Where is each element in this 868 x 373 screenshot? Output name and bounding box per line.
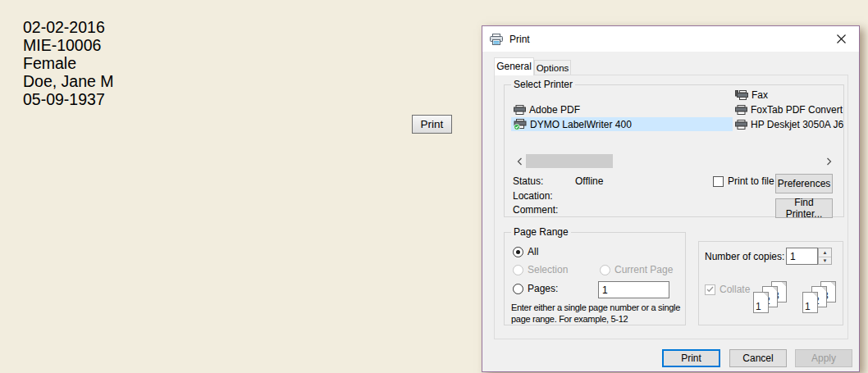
location-label: Location: (513, 190, 553, 202)
range-current-page-radio[interactable] (600, 265, 610, 275)
print-to-file-option[interactable]: Print to file (713, 175, 774, 187)
range-all-option[interactable]: All (513, 246, 538, 257)
copies-group: Number of copies: ▲ ▼ Collate 1 2 3 1 2 … (698, 241, 843, 325)
printer-name: HP Deskjet 3050A J6 (751, 119, 843, 130)
printer-icon (735, 105, 747, 115)
range-pages-option[interactable]: Pages: (513, 283, 558, 294)
close-button[interactable] (827, 26, 855, 52)
copies-stepper[interactable]: ▲ ▼ (818, 248, 832, 265)
check-icon (706, 286, 714, 293)
info-line-name: Doe, Jane M (23, 72, 114, 90)
collate-option[interactable]: Collate (705, 284, 750, 295)
default-printer-icon (514, 119, 527, 130)
printer-item-dymo-labelwriter[interactable]: DYMO LabelWriter 400 (511, 117, 733, 131)
find-printer-button[interactable]: Find Printer... (775, 198, 833, 218)
tab-options[interactable]: Options (534, 60, 571, 75)
select-printer-group: Select Printer Adobe PDF DYMO (504, 84, 844, 217)
patient-info-block: 02-02-2016 MIE-10006 Female Doe, Jane M … (23, 18, 114, 108)
screen: { "page": { "info_lines": ["02-02-2016",… (0, 0, 868, 373)
range-all-label: All (528, 246, 538, 257)
help-line-1: Enter either a single page number or a s… (511, 302, 680, 313)
select-printer-label: Select Printer (511, 79, 575, 90)
collate-pages-graphic: 1 2 3 (802, 281, 839, 316)
printer-item-hp-deskjet[interactable]: HP Deskjet 3050A J6 (733, 117, 846, 131)
page-range-group: Page Range All Selection Current Page Pa… (504, 232, 686, 325)
printer-icon (490, 34, 503, 45)
pages-input[interactable] (598, 281, 669, 298)
scroll-left-icon[interactable] (513, 154, 527, 168)
dialog-title: Print (509, 34, 530, 45)
printer-list-scrollbar[interactable] (513, 154, 836, 168)
preferences-button[interactable]: Preferences (775, 174, 833, 193)
print-dialog: Print General Options Select Printer Ado… (482, 25, 860, 372)
page-range-help: Enter either a single page number or a s… (511, 302, 680, 325)
printer-item-adobe-pdf[interactable]: Adobe PDF (511, 102, 582, 116)
print-to-file-label: Print to file (728, 175, 774, 187)
stepper-up-icon[interactable]: ▲ (819, 248, 831, 256)
close-icon (837, 34, 846, 43)
info-line-dob: 05-09-1937 (23, 90, 114, 108)
range-current-page-label: Current Page (614, 264, 673, 275)
dialog-titlebar[interactable]: Print (482, 26, 859, 52)
comment-label: Comment: (513, 204, 558, 216)
fax-icon (735, 90, 748, 100)
stepper-down-icon[interactable]: ▼ (819, 257, 831, 264)
range-selection-label: Selection (528, 264, 568, 275)
collate-label: Collate (720, 284, 750, 295)
range-selection-option[interactable]: Selection (513, 264, 568, 275)
general-tab-page: Select Printer Adobe PDF DYMO (494, 75, 848, 339)
range-selection-radio[interactable] (513, 265, 523, 275)
printer-name: Fax (752, 89, 768, 101)
info-line-date: 02-02-2016 (23, 18, 114, 36)
printer-icon (735, 120, 747, 130)
printer-item-foxtab-pdf[interactable]: FoxTab PDF Convert (733, 102, 845, 116)
collate-page-icon: 1 (802, 292, 818, 313)
printer-name: DYMO LabelWriter 400 (530, 119, 632, 130)
dialog-print-button[interactable]: Print (662, 349, 720, 367)
collate-pages-graphic: 1 2 3 (753, 281, 790, 316)
range-pages-radio[interactable] (513, 284, 523, 294)
printer-name: Adobe PDF (529, 104, 580, 116)
scroll-right-icon[interactable] (822, 154, 836, 168)
collate-checkbox[interactable] (705, 284, 715, 295)
help-line-2: page range. For example, 5-12 (511, 313, 680, 325)
tab-general[interactable]: General (494, 57, 534, 75)
range-all-radio[interactable] (513, 247, 523, 257)
status-value: Offline (575, 175, 603, 187)
dialog-cancel-button[interactable]: Cancel (729, 349, 787, 367)
range-current-page-option[interactable]: Current Page (600, 264, 673, 275)
print-to-file-checkbox[interactable] (713, 176, 724, 187)
status-label: Status: (513, 175, 543, 187)
page-print-button[interactable]: Print (412, 115, 452, 134)
range-pages-label: Pages: (528, 283, 558, 294)
dialog-apply-button[interactable]: Apply (795, 349, 852, 367)
printer-item-fax[interactable]: Fax (733, 88, 770, 102)
printer-name: FoxTab PDF Convert (751, 104, 843, 116)
copies-input[interactable] (786, 248, 818, 265)
info-line-sex: Female (23, 54, 114, 72)
info-line-id: MIE-10006 (23, 36, 114, 54)
printer-icon (514, 105, 526, 115)
scrollbar-thumb[interactable] (526, 154, 613, 168)
collate-page-icon: 1 (753, 292, 769, 313)
page-range-label: Page Range (511, 226, 571, 238)
number-of-copies-label: Number of copies: (705, 251, 784, 262)
